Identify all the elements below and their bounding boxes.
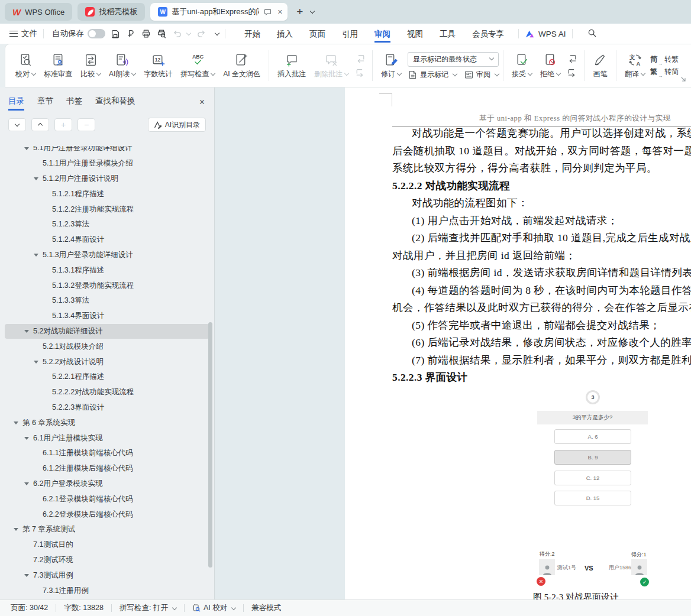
toc-item-selected[interactable]: 5.2对战功能详细设计 [5, 324, 209, 339]
collapse-arrow-icon[interactable] [34, 177, 38, 180]
autosave-toggle[interactable] [88, 29, 105, 38]
toc-item[interactable]: 6.1.1注册模块前端核心代码 [0, 446, 214, 461]
ribbon-expand-icon[interactable] [680, 74, 686, 85]
collapse-arrow-icon[interactable] [24, 330, 29, 333]
to-traditional-button[interactable]: 简 转繁 [650, 54, 679, 64]
toc-item[interactable]: 7.3.1注册用例 [0, 583, 214, 598]
collapse-arrow-icon[interactable] [14, 422, 18, 424]
toc-item[interactable]: 7.3测试用例 [0, 568, 214, 583]
export-icon[interactable] [123, 27, 138, 41]
toc-item[interactable]: 第 6 章系统实现 [0, 415, 214, 430]
toc-item[interactable]: 5.1.3.4界面设计 [0, 309, 214, 324]
save-button[interactable] [108, 27, 123, 41]
tab-home[interactable]: 开始 [244, 25, 260, 43]
toc-item[interactable]: 5.1.3用户登录功能详细设计 [0, 248, 214, 263]
next-change-icon[interactable] [566, 67, 579, 78]
tab-docer-templates[interactable]: 找稻壳模板 [78, 3, 145, 21]
tab-insert[interactable]: 插入 [277, 25, 293, 43]
previous-comment-icon[interactable] [354, 53, 367, 64]
toc-item[interactable]: 5.1.3.2登录功能实现流程 [0, 278, 214, 293]
toc-item[interactable]: 第 7 章系统测试 [0, 522, 214, 537]
toc-item[interactable]: 5.1.2.3算法 [0, 217, 214, 232]
to-simplified-button[interactable]: 繁 转简 [650, 67, 679, 77]
collapse-prev-button[interactable] [31, 118, 49, 131]
ink-brush-button[interactable]: 画笔 [589, 50, 612, 82]
ai-read-aloud-button[interactable]: AI朗读 [105, 50, 140, 82]
accept-button[interactable]: 接受 [508, 50, 536, 82]
more-commands-chevron-icon[interactable] [215, 31, 219, 35]
toc-item[interactable]: 6.1.2注册模块后端核心代码 [0, 461, 214, 476]
collapse-arrow-icon[interactable] [24, 482, 29, 485]
toc-item[interactable]: 5.1.2.4界面设计 [0, 232, 214, 248]
toc-item[interactable]: 5.1用户注册登录功能详细设计 [0, 146, 214, 156]
tab-wps-office[interactable]: W WPS Office [5, 3, 72, 21]
reviewers-button[interactable]: 审阅 [464, 70, 499, 80]
close-tab-icon[interactable]: × [277, 7, 282, 17]
toc-item[interactable]: 6.2用户登录模块实现 [0, 476, 214, 492]
print-button[interactable] [138, 27, 154, 41]
reject-button[interactable]: 拒绝 [536, 50, 564, 82]
new-tab-button[interactable]: + [296, 5, 303, 18]
delete-comment-button[interactable]: 删除批注 [310, 50, 353, 82]
spell-check-status[interactable]: 拼写检查: 打开 [120, 603, 176, 613]
toc-item[interactable]: 5.2.2.1程序描述 [0, 369, 214, 385]
collapse-arrow-icon[interactable] [14, 528, 18, 531]
toc-item[interactable]: 5.1.3.1程序描述 [0, 262, 214, 278]
file-menu-button[interactable]: 文件 [9, 28, 37, 39]
toc-item[interactable]: 6.2.2登录模块后端核心代码 [0, 507, 214, 522]
previous-change-icon[interactable] [566, 53, 579, 64]
toc-item[interactable]: 5.1.2.1程序描述 [0, 186, 214, 202]
toc-item[interactable]: 5.2.2.3界面设计 [0, 400, 214, 416]
expand-next-button[interactable] [8, 118, 26, 131]
show-markup-button[interactable]: 显示标记 [408, 70, 457, 80]
close-sidebar-icon[interactable]: × [199, 97, 205, 108]
sidebar-tab-chapters[interactable]: 章节 [37, 96, 53, 111]
toc-item[interactable]: 5.2.2对战设计说明 [0, 354, 214, 369]
tab-list-chevron-icon[interactable] [310, 9, 315, 14]
expand-all-button[interactable]: + [54, 118, 72, 131]
collapse-arrow-icon[interactable] [24, 437, 29, 440]
collapse-arrow-icon[interactable] [24, 574, 29, 577]
word-count-button[interactable]: 12 字数统计 [140, 50, 176, 82]
ai-polish-button[interactable]: AI 全文润色 [219, 50, 264, 82]
undo-chevron-icon[interactable] [186, 31, 191, 35]
track-changes-button[interactable]: 修订 [377, 50, 405, 82]
print-preview-button[interactable] [154, 27, 169, 41]
toc-item[interactable]: 5.1.2用户注册设计说明 [0, 171, 214, 187]
redo-button[interactable] [194, 27, 209, 41]
tab-view[interactable]: 视图 [407, 25, 423, 43]
insert-comment-button[interactable]: 插入批注 [273, 50, 310, 82]
compare-button[interactable]: 比较 [76, 50, 105, 82]
toc-item[interactable]: 5.1.2.2注册功能实现流程 [0, 202, 214, 217]
collapse-arrow-icon[interactable] [24, 147, 29, 150]
next-comment-icon[interactable] [354, 67, 367, 78]
toc-item[interactable]: 7.1测试目的 [0, 537, 214, 553]
toc-item[interactable]: 5.1.1用户注册登录模块介绍 [0, 156, 214, 171]
document-page[interactable]: 基于 uni-app 和 Express 的问答对战小程序的设计与实现 对战功能… [345, 87, 691, 599]
translate-button[interactable]: 文 A 翻译 [621, 50, 649, 82]
collapse-arrow-icon[interactable] [34, 361, 38, 364]
sidebar-tab-bookmarks[interactable]: 书签 [66, 96, 82, 111]
undo-button[interactable] [169, 27, 185, 41]
tab-tools[interactable]: 工具 [440, 25, 456, 43]
wps-ai-button[interactable]: WPS AI [525, 30, 566, 38]
collapse-arrow-icon[interactable] [34, 254, 38, 257]
toc-item[interactable]: 5.2.1对战模块介绍 [0, 339, 214, 354]
ai-proofread-status[interactable]: AI 校对 [192, 603, 235, 613]
spell-check-button[interactable]: ABC 拼写检查 [176, 50, 219, 82]
tab-review[interactable]: 审阅 [374, 25, 390, 43]
tab-document[interactable]: W 基于uni-app和Express的问答 × [150, 3, 288, 21]
collapse-all-button[interactable]: − [78, 118, 95, 131]
markup-state-select[interactable]: 显示标记的最终状态 [408, 52, 499, 67]
tab-page[interactable]: 页面 [309, 25, 325, 43]
ai-recognize-toc-button[interactable]: AI识别目录 [148, 118, 206, 132]
standard-review-button[interactable]: 标准审查 [40, 50, 76, 82]
sidebar-tab-contents[interactable]: 目录 [8, 96, 24, 111]
sidebar-tab-find-replace[interactable]: 查找和替换 [95, 96, 135, 111]
tab-reference[interactable]: 引用 [342, 25, 358, 43]
proofread-button[interactable]: 校对 [11, 50, 40, 82]
search-icon[interactable] [587, 28, 597, 40]
toc-item[interactable]: 7.2测试环境 [0, 553, 214, 568]
comment-bubble-icon[interactable] [263, 8, 272, 17]
toc-item[interactable]: 6.2.1登录模块前端核心代码 [0, 491, 214, 507]
